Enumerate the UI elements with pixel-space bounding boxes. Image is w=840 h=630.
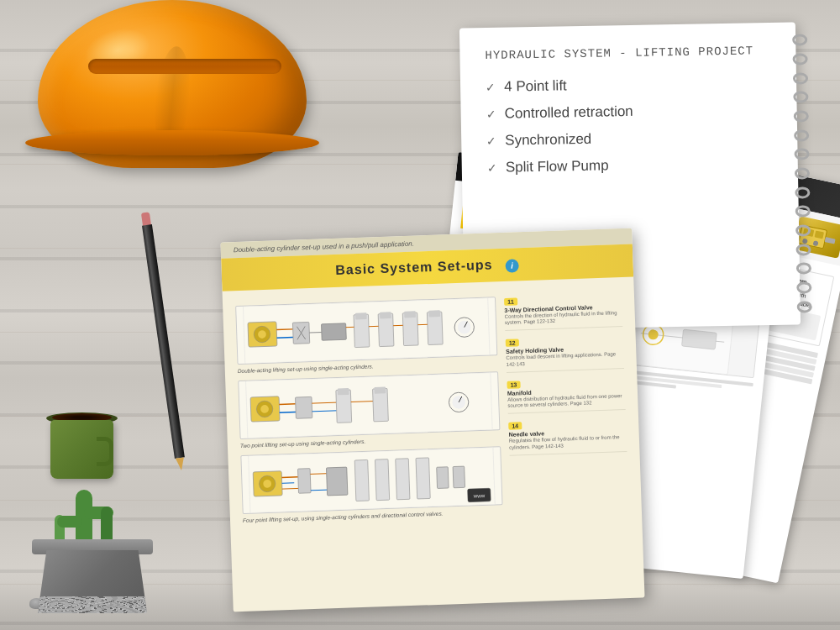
- spiral-ring: [794, 110, 809, 122]
- spiral-ring: [793, 92, 808, 103]
- checkmark-icon-1: ✓: [486, 81, 496, 94]
- svg-line-32: [277, 337, 293, 338]
- hard-hat: [25, 0, 319, 235]
- sidebar-doc-item-4: 14 Needle valve Regulates the flow of hy…: [508, 415, 627, 455]
- cup-handle: [97, 437, 113, 466]
- svg-rect-59: [296, 396, 312, 418]
- spiral-ring: [794, 129, 809, 141]
- svg-line-78: [310, 473, 326, 474]
- svg-rect-77: [297, 468, 311, 493]
- checklist-text-1: 4 Point lift: [504, 77, 567, 95]
- svg-rect-86: [453, 466, 465, 488]
- svg-rect-41: [380, 312, 391, 318]
- checklist-item-1: ✓ 4 Point lift: [486, 74, 771, 96]
- sidebar-item-num-3: 13: [507, 381, 520, 389]
- svg-rect-36: [321, 323, 346, 339]
- pot-body: [38, 550, 147, 613]
- notebook-content: HYDRAULIC SYSTEM - LIFTING PROJECT ✓ 4 P…: [459, 23, 799, 204]
- svg-rect-84: [416, 457, 430, 498]
- diagram-row-2: Two point lifting set-up using single-ac…: [238, 371, 501, 449]
- cactus-pot: [25, 504, 160, 613]
- checkmark-icon-3: ✓: [486, 134, 496, 148]
- svg-line-76: [282, 488, 298, 489]
- sidebar-doc-item-1: 11 3-Way Directional Control Valve Contr…: [504, 291, 622, 331]
- sidebar-item-num-1: 11: [504, 297, 517, 306]
- spiral-ring: [796, 262, 811, 274]
- svg-line-37: [309, 332, 322, 333]
- spiral-ring: [797, 301, 812, 312]
- hydraulic-svg-3: WWW: [240, 446, 502, 514]
- checkmark-icon-4: ✓: [487, 161, 497, 175]
- svg-line-74: [281, 476, 297, 477]
- pencil-tip: [176, 457, 186, 470]
- spiral-ring: [792, 53, 807, 65]
- document-front: Double-acting cylinder set-up used in a …: [220, 228, 644, 612]
- svg-line-75: [282, 482, 295, 483]
- spiral-ring: [794, 149, 809, 160]
- doc-front-body: Double-acting lifting set-up using singl…: [222, 276, 642, 538]
- checkmark-icon-2: ✓: [486, 108, 496, 121]
- svg-rect-43: [404, 311, 416, 318]
- doc-front-info-icon: i: [506, 259, 520, 273]
- svg-rect-66: [374, 386, 386, 393]
- svg-rect-81: [354, 459, 369, 501]
- spiral-ring: [795, 224, 811, 236]
- svg-rect-39: [355, 312, 367, 319]
- diagram-row-3: WWW Four point lifting set-up, using sin…: [240, 446, 503, 523]
- doc-front-title: Basic System Set-ups: [335, 257, 493, 277]
- checklist-text-2: Controlled retraction: [505, 103, 633, 123]
- sidebar-doc-item-2: 12 Safety Holding Valve Controls load de…: [506, 332, 624, 372]
- svg-line-79: [311, 490, 327, 491]
- svg-rect-63: [338, 388, 349, 395]
- sidebar-item-num-2: 12: [506, 339, 519, 347]
- svg-line-57: [279, 403, 295, 404]
- svg-text:WWW: WWW: [474, 494, 486, 498]
- hydraulic-svg-1: [235, 297, 497, 365]
- svg-rect-26: [681, 329, 717, 349]
- svg-rect-83: [396, 458, 410, 499]
- checklist-item-2: ✓ Controlled retraction: [486, 101, 772, 123]
- checklist-item-4: ✓ Split Flow Pump: [487, 155, 773, 176]
- svg-line-31: [276, 328, 292, 329]
- spiral-ring: [796, 281, 811, 293]
- notebook-checklist: ✓ 4 Point lift ✓ Controlled retraction ✓…: [486, 74, 773, 176]
- doc-front-sidebar: 11 3-Way Directional Control Valve Contr…: [504, 286, 630, 521]
- hydraulic-diagrams: Double-acting lifting set-up using singl…: [235, 290, 503, 530]
- spiral-ring: [795, 244, 811, 255]
- svg-rect-45: [428, 310, 440, 317]
- sidebar-doc-item-3: 13 Manifold Allows distribution of hydra…: [507, 374, 625, 414]
- hat-brim: [25, 130, 319, 155]
- sidebar-item-num-4: 14: [508, 423, 522, 431]
- spiral-ring: [792, 34, 807, 46]
- svg-rect-85: [437, 466, 449, 488]
- hat-vent: [88, 59, 281, 74]
- cactus-plants: [42, 477, 143, 544]
- checklist-item-3: ✓ Synchronized: [486, 128, 772, 150]
- scene: HYDRAULIC SYSTEM - LIFTING PROJECT ✓ 4 P…: [0, 0, 840, 630]
- svg-rect-3: [825, 237, 836, 244]
- coffee-cup: [42, 395, 126, 479]
- diagram-row-1: Double-acting lifting set-up using singl…: [235, 297, 498, 374]
- spiral-ring: [793, 72, 808, 84]
- doc-front-subtitle: Double-acting cylinder set-up used in a …: [234, 240, 414, 255]
- svg-rect-80: [326, 467, 347, 496]
- cup-body: [50, 420, 113, 479]
- checklist-text-4: Split Flow Pump: [506, 157, 609, 176]
- hydraulic-svg-2: [238, 371, 500, 439]
- checklist-text-3: Synchronized: [505, 131, 591, 150]
- spiral-ring: [795, 205, 811, 217]
- spiral-ring: [795, 186, 810, 198]
- cactus-arm-right: [57, 516, 82, 528]
- cactus-main: [76, 490, 92, 544]
- spiral-ring: [795, 167, 810, 179]
- notebook-title: HYDRAULIC SYSTEM - LIFTING PROJECT: [485, 44, 770, 62]
- svg-line-58: [280, 412, 296, 412]
- pot-stones: [38, 596, 147, 613]
- svg-rect-82: [375, 459, 389, 500]
